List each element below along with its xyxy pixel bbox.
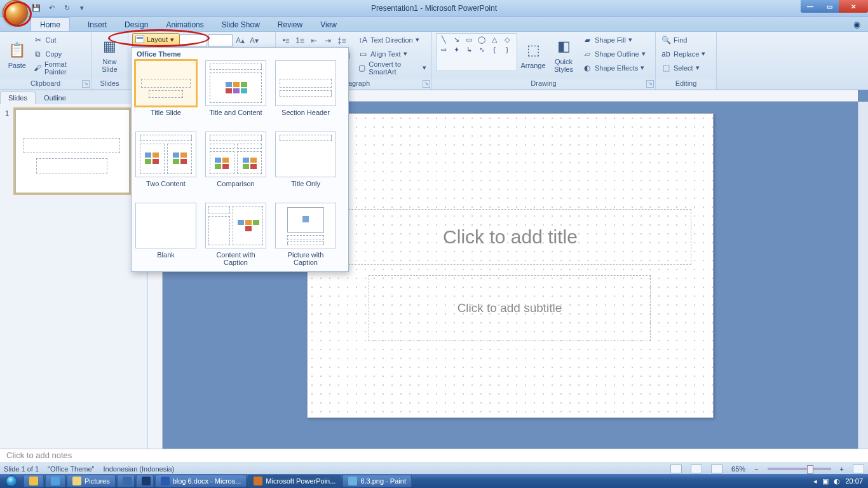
layout-button[interactable]: Layout ▾ [132,33,180,46]
layout-option-content-caption[interactable]: Content with Caption [205,203,266,268]
zoom-in-icon[interactable]: + [840,465,844,473]
copy-button[interactable]: ⧉Copy [32,47,87,60]
status-lang[interactable]: Indonesian (Indonesia) [103,465,174,473]
format-painter-button[interactable]: 🖌Format Painter [32,61,87,74]
layout-option-two-content[interactable]: Two Content [135,132,196,196]
taskbar-item-pictures[interactable]: Pictures [67,475,116,487]
shape-line-icon[interactable]: ╲ [438,35,449,44]
bullets-icon[interactable]: •≡ [280,34,292,47]
new-slide-icon: ▦ [100,36,120,57]
shape-rect-icon[interactable]: ▭ [463,35,475,44]
maximize-button[interactable]: ▭ [820,0,839,13]
clipboard-dialog-launcher[interactable]: ↘ [82,80,90,88]
shape-outline-button[interactable]: ▱Shape Outline ▾ [581,47,647,60]
taskbar-item-word[interactable]: blog 6.docx - Micros... [155,475,247,487]
taskbar-item-powerpoint[interactable]: Microsoft PowerPoin... [248,475,341,487]
paste-button[interactable]: 📋 Paste [4,33,31,76]
zoom-level[interactable]: 65% [731,465,745,473]
tab-design[interactable]: Design [116,18,157,31]
undo-icon[interactable]: ↶ [46,3,57,14]
indent-dec-icon[interactable]: ⇤ [308,34,320,47]
taskbar-item[interactable] [136,475,154,487]
find-button[interactable]: 🔍Find [660,33,707,46]
shape-curve-icon[interactable]: ∿ [476,45,487,54]
shrink-font-icon[interactable]: A▾ [248,34,261,47]
vertical-scrollbar[interactable] [858,102,868,449]
zoom-out-icon[interactable]: − [754,465,758,473]
taskbar-item-paint[interactable]: 6.3.png - Paint [342,475,412,487]
align-text-icon: ▭ [358,49,368,59]
quick-styles-button[interactable]: ◧Quick Styles [549,33,578,76]
slide-thumbnail[interactable] [15,109,130,193]
title-placeholder[interactable]: Click to add title [329,209,691,265]
layout-option-title-only[interactable]: Title Only [275,132,336,196]
normal-view-button[interactable] [670,464,682,473]
slide-canvas[interactable]: Click to add title Click to add subtitle [307,113,714,418]
layout-option-picture-caption[interactable]: Picture with Caption [275,203,336,268]
minimize-button[interactable]: — [801,0,820,13]
close-button[interactable]: ✕ [839,0,868,13]
tray-icon[interactable]: ◂ [813,477,817,485]
tray-icon[interactable]: ◐ [834,477,840,485]
tab-review[interactable]: Review [269,18,311,31]
slideshow-view-button[interactable] [711,464,722,473]
tray-clock[interactable]: 20:07 [845,477,863,485]
help-icon[interactable]: ◉ [846,18,868,31]
line-spacing-icon[interactable]: ‡≡ [336,34,348,47]
shape-diamond-icon[interactable]: ◇ [501,35,513,44]
numbering-icon[interactable]: 1≡ [294,34,306,47]
subtitle-placeholder[interactable]: Click to add subtitle [369,275,651,341]
indent-inc-icon[interactable]: ⇥ [322,34,334,47]
replace-button[interactable]: abReplace ▾ [660,47,707,60]
shape-effects-button[interactable]: ◐Shape Effects ▾ [581,61,647,74]
tab-home[interactable]: Home [31,17,70,31]
arrange-button[interactable]: ⬚Arrange [517,33,549,76]
shape-arrowblock-icon[interactable]: ⇨ [438,45,449,54]
shape-star-icon[interactable]: ✦ [451,45,462,54]
quick-styles-icon: ◧ [553,36,574,57]
fit-window-button[interactable] [853,464,864,473]
layout-option-title-slide[interactable]: Title Slide [135,60,196,125]
tab-animations[interactable]: Animations [157,18,212,31]
outline-tab[interactable]: Outline [36,92,74,104]
start-button[interactable] [0,474,23,488]
drawing-dialog-launcher[interactable]: ↘ [646,80,654,88]
shape-triangle-icon[interactable]: △ [489,35,500,44]
grow-font-icon[interactable]: A▴ [234,34,247,47]
notes-pane[interactable]: Click to add notes [0,449,868,463]
convert-smartart-button[interactable]: ▢Convert to SmartArt ▾ [356,61,428,74]
taskbar-item[interactable] [45,475,65,487]
tray-icon[interactable]: ▣ [822,477,829,485]
tab-view[interactable]: View [311,18,346,31]
paragraph-dialog-launcher[interactable]: ↘ [423,80,430,88]
layout-option-blank[interactable]: Blank [135,203,196,268]
layout-option-title-content[interactable]: Title and Content [205,60,266,125]
office-button[interactable] [3,0,28,25]
align-text-button[interactable]: ▭Align Text ▾ [356,47,428,60]
shape-arrow-icon[interactable]: ↘ [451,35,462,44]
sorter-view-button[interactable] [691,464,702,473]
zoom-slider[interactable] [768,468,831,470]
shape-brace2-icon[interactable]: } [501,45,513,54]
save-icon[interactable]: 💾 [31,3,42,14]
new-slide-button[interactable]: ▦ New Slide [95,33,124,76]
text-direction-button[interactable]: ↕AText Direction ▾ [356,33,428,46]
slides-tab[interactable]: Slides [0,92,36,104]
cut-button[interactable]: ✂Cut [32,33,87,46]
tab-insert[interactable]: Insert [79,18,116,31]
taskbar-item[interactable] [117,475,135,487]
layout-option-comparison[interactable]: Comparison [205,132,266,196]
shapes-gallery[interactable]: ╲ ↘ ▭ ◯ △ ◇ ⇨ ✦ ↳ ∿ { } [436,33,517,71]
shape-ellipse-icon[interactable]: ◯ [476,35,487,44]
redo-icon[interactable]: ↻ [61,3,72,14]
shape-connector-icon[interactable]: ↳ [463,45,475,54]
shape-fill-button[interactable]: ▰Shape Fill ▾ [581,33,647,46]
font-size-combo[interactable] [208,34,233,47]
select-button[interactable]: ⬚Select ▾ [660,61,707,74]
shape-brace-icon[interactable]: { [489,45,500,54]
qat-customize-icon[interactable]: ▾ [76,3,88,14]
system-tray[interactable]: ◂ ▣ ◐ 20:07 [808,477,868,485]
taskbar-quicklaunch[interactable] [24,475,44,487]
tab-slideshow[interactable]: Slide Show [213,18,269,31]
layout-option-section-header[interactable]: Section Header [275,60,336,125]
